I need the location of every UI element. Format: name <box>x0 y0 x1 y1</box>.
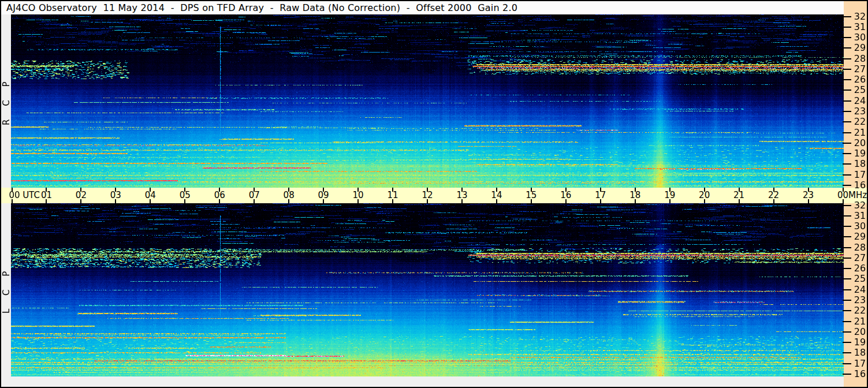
freq-tick <box>843 185 851 186</box>
freq-tick <box>843 37 851 38</box>
freq-tick <box>843 352 851 353</box>
hour-label: 12 <box>422 190 433 200</box>
freq-label: 18 <box>852 348 867 358</box>
freq-label: 29 <box>852 232 867 242</box>
freq-tick <box>843 278 851 279</box>
hour-label: 00 <box>837 190 848 200</box>
freq-tick <box>843 58 851 59</box>
freq-label: 17 <box>852 359 867 369</box>
hour-label: 19 <box>664 190 675 200</box>
freq-tick <box>843 247 851 248</box>
freq-label: 16 <box>852 369 867 379</box>
freq-label: 31 <box>852 22 867 32</box>
hour-label: 13 <box>456 190 467 200</box>
freq-label: 28 <box>852 242 867 253</box>
freq-label: 24 <box>852 285 867 295</box>
freq-label: 26 <box>852 74 867 85</box>
freq-tick <box>843 374 851 375</box>
panel-label-rcp: R C P <box>1 14 11 188</box>
title-bar: AJ4CO Observatory 11 May 2014 - DPS on T… <box>1 1 844 14</box>
freq-label: 20 <box>852 138 867 148</box>
freq-label: 25 <box>852 85 867 95</box>
freq-label: 31 <box>852 211 867 221</box>
freq-tick <box>843 79 851 80</box>
freq-label: 19 <box>852 148 867 159</box>
freq-label: 26 <box>852 263 867 274</box>
hour-label: 14 <box>491 190 502 200</box>
hour-label: 09 <box>318 190 329 200</box>
freq-label: 28 <box>852 54 867 64</box>
freq-tick <box>843 215 851 217</box>
freq-tick <box>843 16 851 17</box>
freq-label: 22 <box>852 305 867 316</box>
hour-label: 08 <box>284 190 295 200</box>
dps-viewer-window: AJ4CO Observatory 11 May 2014 - DPS on T… <box>0 0 868 388</box>
hour-label: 05 <box>180 190 191 200</box>
freq-tick <box>843 153 851 154</box>
spectrogram-panel-lcp <box>11 203 844 376</box>
freq-tick <box>843 342 851 343</box>
freq-label: 19 <box>852 337 867 348</box>
freq-tick <box>843 321 851 322</box>
hour-label: 01 <box>41 190 52 200</box>
hour-label: 06 <box>214 190 225 200</box>
freq-tick <box>843 310 851 311</box>
freq-label: 16 <box>852 180 867 191</box>
freq-tick <box>843 89 851 91</box>
freq-tick <box>843 268 851 269</box>
freq-label: 23 <box>852 295 867 305</box>
hour-label: 23 <box>803 190 814 200</box>
hour-label: 11 <box>387 190 398 200</box>
freq-label: 32 <box>852 200 867 211</box>
freq-tick <box>843 143 851 144</box>
freq-tick <box>843 69 851 70</box>
freq-label: 22 <box>852 117 867 127</box>
bottom-margin <box>1 376 844 387</box>
freq-tick <box>843 111 851 112</box>
freq-tick <box>843 132 851 133</box>
hour-label: 15 <box>526 190 537 200</box>
freq-label: 32 <box>852 12 867 22</box>
freq-label: 27 <box>852 253 867 263</box>
panel-label-lcp: L C P <box>1 203 11 376</box>
hour-label: 17 <box>595 190 606 200</box>
freq-tick <box>843 331 851 333</box>
freq-label: 30 <box>852 221 867 232</box>
hour-label: 20 <box>699 190 710 200</box>
freq-label: 17 <box>852 170 867 180</box>
freq-tick <box>843 363 851 364</box>
hour-label: 00 <box>9 190 20 200</box>
spectrogram-panel-rcp <box>11 14 844 188</box>
freq-tick <box>843 27 851 28</box>
freq-label: 25 <box>852 274 867 284</box>
freq-tick <box>843 47 851 48</box>
freq-tick <box>843 163 851 165</box>
freq-label: 27 <box>852 64 867 74</box>
freq-label: 20 <box>852 327 867 337</box>
hour-label: 04 <box>145 190 156 200</box>
freq-label: 21 <box>852 316 867 327</box>
freq-label: 21 <box>852 128 867 138</box>
freq-tick <box>843 226 851 227</box>
freq-tick <box>843 289 851 290</box>
freq-tick <box>843 121 851 122</box>
hour-label: 10 <box>353 190 364 200</box>
freq-tick <box>843 236 851 237</box>
freq-label: 29 <box>852 43 867 53</box>
freq-label: 30 <box>852 32 867 43</box>
window-title: AJ4CO Observatory 11 May 2014 - DPS on T… <box>1 2 517 13</box>
hour-label: 02 <box>76 190 87 200</box>
hour-label: 18 <box>629 190 640 200</box>
hour-label: 16 <box>560 190 571 200</box>
hour-label: 21 <box>733 190 744 200</box>
freq-tick <box>843 100 851 102</box>
freq-tick <box>843 300 851 301</box>
freq-label: 18 <box>852 159 867 169</box>
hour-label: 07 <box>249 190 260 200</box>
freq-tick <box>843 205 851 206</box>
utc-label: UTC <box>23 190 40 200</box>
hour-label: 03 <box>110 190 121 200</box>
freq-label: 24 <box>852 96 867 106</box>
freq-label: 23 <box>852 106 867 117</box>
hour-label: 22 <box>768 190 779 200</box>
